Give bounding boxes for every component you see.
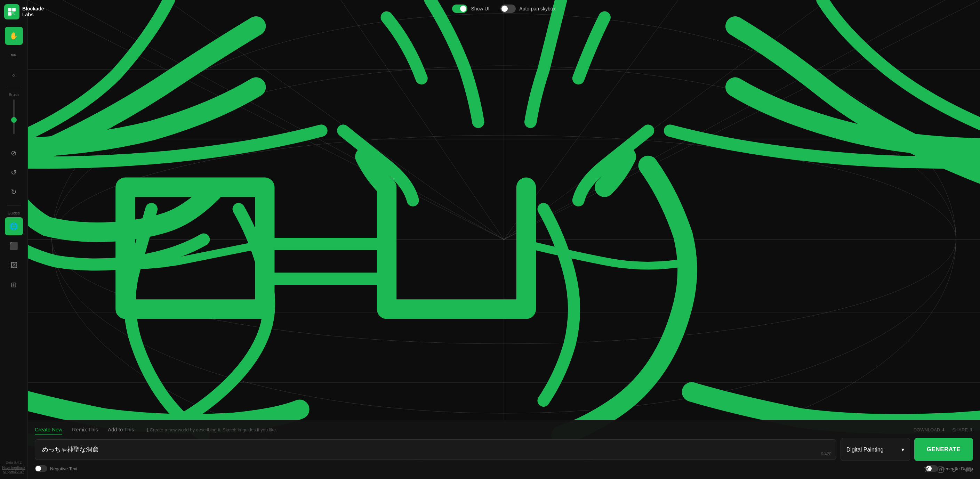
- tab-info: ℹ Create a new world by describing it. S…: [147, 427, 913, 433]
- box-icon: ⬛: [10, 241, 18, 250]
- svg-rect-1: [12, 8, 16, 11]
- guides-label: Guides: [8, 211, 20, 215]
- pencil-icon: ✏: [11, 51, 17, 59]
- input-row: 9/420 Digital Painting Fantasy Art Anime…: [35, 438, 973, 461]
- erase-icon: ⊘: [11, 149, 17, 157]
- chevron-down-icon: ▾: [901, 446, 904, 453]
- tool-undo[interactable]: ↺: [5, 163, 23, 181]
- share-icon: ⬆: [969, 427, 973, 432]
- svg-rect-0: [8, 8, 11, 11]
- show-ui-label: Show UI: [471, 6, 489, 11]
- divider-1: [7, 88, 21, 88]
- sidebar: Blockade Labs ✋ ✏ ⬦ Brush ⊘ ↺ ↻ Guides 🌐…: [0, 0, 28, 479]
- tab-actions: DOWNLOAD ⬇ SHARE ⬆: [913, 427, 973, 432]
- auto-pan-toggle[interactable]: [500, 5, 516, 13]
- image-icon: 🖼: [10, 262, 18, 270]
- grid3d-icon: ⊞: [11, 281, 17, 289]
- download-label: DOWNLOAD: [913, 427, 940, 432]
- tab-create-new[interactable]: Create New: [35, 425, 62, 435]
- top-bar: Show UI Auto-pan skybox: [28, 0, 980, 17]
- logo-area: Blockade Labs: [0, 0, 27, 24]
- tool-eraser[interactable]: ⬦: [5, 66, 23, 84]
- tool-erase[interactable]: ⊘: [5, 144, 23, 162]
- download-icon: ⬇: [942, 427, 945, 432]
- brush-label: Brush: [9, 92, 19, 97]
- logo-svg: [7, 7, 16, 16]
- share-label: SHARE: [952, 427, 968, 432]
- info-text: Create a new world by describing it. Ske…: [150, 427, 277, 432]
- share-link[interactable]: SHARE ⬆: [952, 427, 973, 432]
- sidebar-bottom: Beta 0.4.2 Have feedback or questions?: [0, 461, 27, 479]
- social-icons: [922, 465, 973, 474]
- brush-size-slider[interactable]: [13, 100, 14, 134]
- tabs-row: Create New Remix This Add to This ℹ Crea…: [35, 420, 973, 438]
- negative-text-toggle[interactable]: [35, 465, 47, 472]
- download-link[interactable]: DOWNLOAD ⬇: [913, 427, 946, 432]
- guide-box[interactable]: ⬛: [5, 237, 23, 255]
- tool-pencil[interactable]: ✏: [5, 46, 23, 64]
- show-ui-knob: [460, 6, 466, 12]
- info-icon: ℹ: [147, 427, 148, 433]
- style-select-wrapper[interactable]: Digital Painting Fantasy Art Anime Reali…: [840, 438, 910, 461]
- feedback-link[interactable]: Have feedback or questions?: [0, 466, 27, 473]
- version-label: Beta 0.4.2: [6, 461, 22, 465]
- negative-text-knob: [35, 466, 41, 471]
- undo-icon: ↺: [11, 168, 17, 176]
- brush-strokes: .stroke { stroke: #1db954; stroke-width:…: [28, 0, 980, 479]
- redo-icon: ↻: [11, 188, 17, 196]
- generate-button[interactable]: GENERATE: [914, 438, 973, 461]
- auto-pan-label: Auto-pan skybox: [519, 6, 555, 11]
- divider-2: [7, 205, 21, 205]
- eraser-icon: ⬦: [12, 71, 16, 79]
- bottom-panel: Create New Remix This Add to This ℹ Crea…: [28, 420, 980, 479]
- options-row: Negative Text Generate Depth: [35, 465, 973, 472]
- tab-add-to-this[interactable]: Add to This: [108, 425, 134, 435]
- brush-size-control: [13, 100, 14, 141]
- globe-icon: 🌐: [10, 222, 18, 230]
- auto-pan-toggle-group: Auto-pan skybox: [500, 5, 555, 13]
- char-count: 9/420: [821, 452, 832, 457]
- style-dropdown[interactable]: Digital Painting Fantasy Art Anime Reali…: [846, 447, 897, 453]
- discord-icon[interactable]: [964, 465, 973, 474]
- guide-globe[interactable]: 🌐: [5, 217, 23, 235]
- tool-hand[interactable]: ✋: [5, 27, 23, 45]
- tab-remix-this[interactable]: Remix This: [72, 425, 98, 435]
- hand-icon: ✋: [10, 32, 18, 40]
- auto-pan-knob: [501, 6, 508, 12]
- logo-text: Blockade Labs: [22, 6, 44, 18]
- instagram-icon[interactable]: [936, 465, 945, 474]
- show-ui-toggle-group: Show UI: [452, 5, 489, 13]
- negative-text-option: Negative Text: [35, 465, 78, 472]
- show-ui-toggle[interactable]: [452, 5, 468, 13]
- guide-3dgrid[interactable]: ⊞: [5, 276, 23, 294]
- prompt-input[interactable]: [35, 439, 836, 460]
- blockade-logo-icon[interactable]: [4, 4, 19, 19]
- guide-image[interactable]: 🖼: [5, 256, 23, 274]
- negative-text-label: Negative Text: [50, 466, 78, 471]
- tool-redo[interactable]: ↻: [5, 183, 23, 201]
- twitter-icon[interactable]: [922, 465, 931, 474]
- tiktok-icon[interactable]: [950, 465, 959, 474]
- prompt-container: 9/420: [35, 439, 836, 460]
- canvas-area[interactable]: .grid-line { stroke: rgba(255,255,255,0.…: [28, 0, 980, 479]
